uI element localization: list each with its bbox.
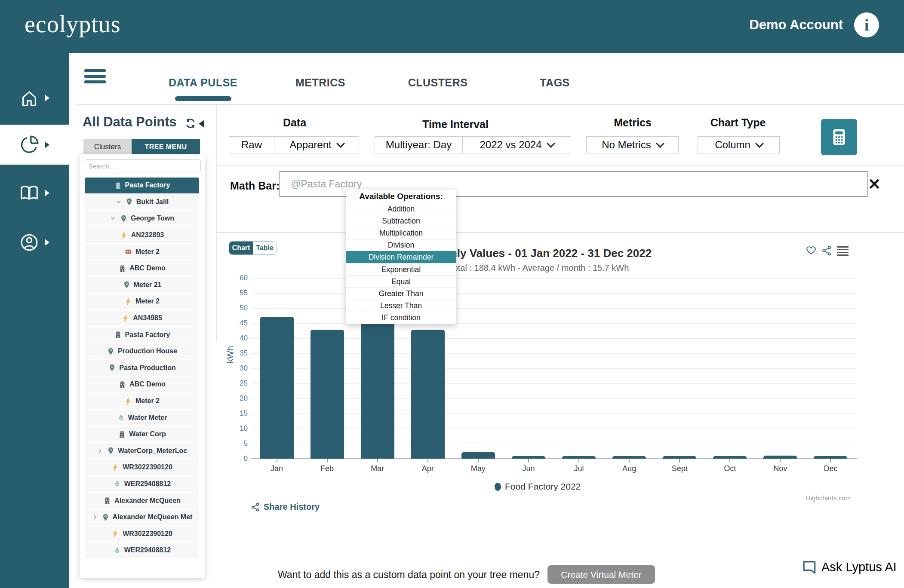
tree-item-wer29408812[interactable]: WER29408812 [85,542,199,559]
operation-option-exponential[interactable]: Exponential [346,263,456,275]
tree-item-meter-2[interactable]: Meter 2 [85,393,199,410]
tree-item-abc-demo[interactable]: ABC Demo [85,377,199,393]
pin-icon [108,364,116,372]
bar-nov[interactable] [763,456,797,459]
tree-item-pasta-factory[interactable]: Pasta Factory [85,178,199,194]
bar-feb[interactable] [311,330,344,459]
tab-tree-menu[interactable]: TREE MENU [132,139,200,154]
operation-option-subtraction[interactable]: Subtraction [346,215,456,227]
gridline [252,278,856,279]
toggle-chart[interactable]: Chart [229,242,253,254]
share-history-link[interactable]: Share History [251,502,320,512]
tree-item-watercorp-meterloc[interactable]: WaterCorp_MeterLoc [85,443,199,460]
y-axis-tick-label: 50 [223,304,248,312]
tab-clusters[interactable]: Clusters [83,139,132,154]
tree-item-meter-21[interactable]: Meter 21 [85,277,199,294]
ask-ai-button[interactable]: Ask Lyptus AI [802,559,897,575]
y-axis-tick-label: 30 [223,364,248,373]
tree-item-an34985[interactable]: AN34985 [85,310,199,327]
tree-item-water-corp[interactable]: Water Corp [85,426,199,443]
favorite-icon[interactable] [805,245,817,256]
bar-jun[interactable] [512,456,545,459]
operation-option-equal[interactable]: Equal [346,276,456,288]
tree-item-an232893[interactable]: AN232893 [85,227,199,244]
profile-icon [19,233,39,252]
collapse-panel-icon[interactable] [199,120,204,128]
bar-jan[interactable] [260,317,294,459]
close-icon[interactable]: ✕ [868,175,881,193]
calculator-icon [829,127,849,147]
x-axis-tick-label: Sept [672,464,688,473]
bar-oct[interactable] [713,456,747,459]
tree-item-alexander-mcqueen[interactable]: Alexander McQueen [85,493,199,509]
menu-icon[interactable] [84,69,106,86]
bar-aug[interactable] [612,456,646,459]
bar-may[interactable] [461,452,495,459]
y-axis-tick-label: 25 [223,379,248,388]
metrics-select[interactable]: No Metrics [587,137,678,153]
operation-option-division[interactable]: Division [346,239,456,251]
tree-item-bukit-jalil[interactable]: Bukit Jalil [85,194,199,211]
operation-option-multiplication[interactable]: Multiplication [346,227,456,239]
operation-option-lesser-than[interactable]: Lesser Than [346,300,456,312]
tree-item-george-town[interactable]: George Town [85,211,199,227]
operation-option-greater-than[interactable]: Greater Than [346,288,456,300]
highcharts-credit[interactable]: Highcharts.com [787,494,851,502]
metrics-control: No Metrics [586,136,679,153]
x-axis-tick [629,459,630,462]
tree-item-wr3022390120[interactable]: WR3022390120 [85,459,199,476]
interval-mode-option[interactable]: Multiyear: Day [375,137,463,153]
refresh-icon[interactable] [184,117,197,129]
tree-item-abc-demo[interactable]: ABC Demo [85,260,199,277]
tab-clusters[interactable]: CLUSTERS [408,77,468,89]
x-axis-tick-label: Feb [320,464,334,473]
x-axis-tick [377,459,378,462]
raw-option[interactable]: Raw [229,137,274,153]
share-icon[interactable] [821,245,832,256]
tree-list: Pasta Factory Bukit Jalil George TownAN2… [85,178,199,559]
sidebar-item-home[interactable] [0,79,69,117]
calculator-button[interactable] [821,119,857,155]
operation-option-if-condition[interactable]: IF condition [346,312,456,324]
tab-tags[interactable]: TAGS [540,77,570,89]
tree-item-meter-2[interactable]: Meter 2 [85,294,199,310]
virtual-meter-question: Want to add this as a custom data point … [256,569,540,581]
bar-sept[interactable] [663,456,696,459]
tab-metrics[interactable]: METRICS [295,77,345,89]
drop-icon [113,480,121,488]
bar-jul[interactable] [562,456,596,459]
search-input[interactable] [84,159,201,172]
interval-range-select[interactable]: 2022 vs 2024 [463,137,571,153]
chevron-down-icon [547,139,555,148]
tree-item-label: Alexander McQueen [114,497,181,505]
tree-item-water-meter[interactable]: Water Meter [85,410,199,426]
operation-option-division-remainder[interactable]: Division Remainder [346,251,456,263]
chevron-down-icon [115,199,122,205]
tree-item-production-house[interactable]: Production House [85,343,199,360]
divider [216,104,217,341]
bar-mar[interactable] [361,317,394,459]
sidebar-item-profile[interactable] [0,223,69,262]
tree-item-alexander-mcqueen-met[interactable]: Alexander McQueen Met [85,509,199,526]
tree-item-pasta-factory[interactable]: Pasta Factory [85,327,199,343]
tree-item-wr3022390120[interactable]: WR3022390120 [85,526,199,542]
info-icon[interactable]: i [854,12,879,37]
sidebar-item-docs[interactable] [0,174,69,212]
tree-menu-panel: Pasta Factory Bukit Jalil George TownAN2… [80,154,205,578]
sidebar-item-data-pulse[interactable] [0,125,69,165]
operation-option-addition[interactable]: Addition [346,203,456,215]
bar-apr[interactable] [411,330,445,459]
toggle-table[interactable]: Table [253,242,277,254]
tree-item-meter-2[interactable]: Meter 2 [85,244,199,260]
chevron-right-icon [45,190,49,196]
create-virtual-meter-button[interactable]: Create Virtual Meter [547,565,655,584]
data-type-select[interactable]: Apparent [274,137,359,153]
tree-item-wer29408812[interactable]: WER29408812 [85,476,199,493]
tab-data-pulse[interactable]: DATA PULSE [169,77,237,89]
chart-context-menu-icon[interactable] [837,246,849,257]
tree-item-pasta-production[interactable]: Pasta Production [85,360,199,377]
legend-item[interactable]: Food Factory 2022 [495,481,581,492]
bar-dec[interactable] [814,456,847,459]
chart-type-select[interactable]: Column [698,137,779,153]
gridline [252,293,856,294]
